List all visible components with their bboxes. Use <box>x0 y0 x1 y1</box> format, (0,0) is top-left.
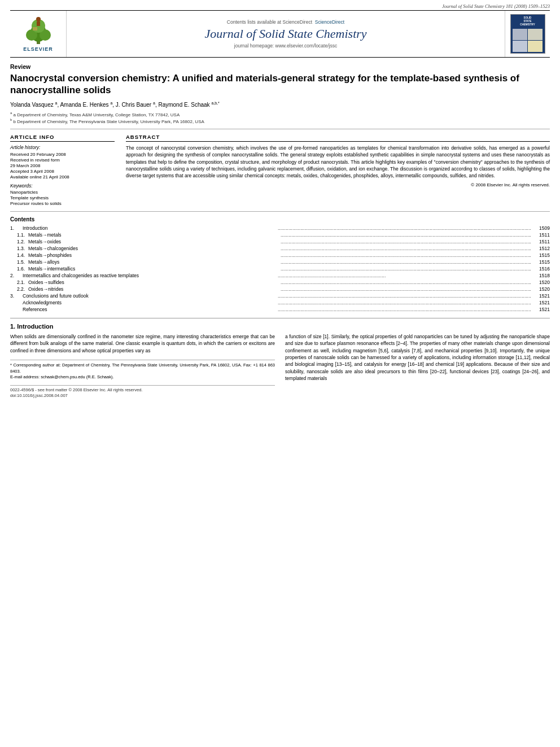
toc-page-ack: 1521 <box>533 300 550 305</box>
thumb-cell-4 <box>528 41 542 52</box>
toc-page-1: 1509 <box>533 225 550 231</box>
affiliation-b-text: b Department of Chemistry, The Pennsylva… <box>14 119 204 124</box>
affiliation-b: b b Department of Chemistry, The Pennsyl… <box>10 118 550 124</box>
history-received: Received 20 February 2008 <box>10 152 115 157</box>
intro-left-text: When solids are dimensionally confined i… <box>10 334 275 353</box>
bottom-lines: 0022-4596/$ - see front matter © 2008 El… <box>10 385 275 400</box>
footnote-area: * Corresponding author at: Department of… <box>10 360 275 381</box>
authors-text: Yolanda Vasquez a, Amanda E. Henkes a, J… <box>10 102 220 108</box>
journal-header-center: Contents lists available at ScienceDirec… <box>67 11 505 57</box>
toc-page-1-3: 1512 <box>533 246 550 251</box>
toc-num-1-4: 1.4. <box>10 252 28 258</box>
intro-right-col: a function of size [1]. Similarly, the o… <box>285 333 550 399</box>
toc-num-2: 2. <box>10 273 23 278</box>
toc-label-2-1: Oxides→sulfides <box>28 279 279 285</box>
article-history-label: Article history: <box>10 145 115 150</box>
keyword-3: Precursor routes to solids <box>10 201 115 206</box>
toc-label-1-5: Metals→alloys <box>28 259 279 265</box>
toc-label-ack: Acknowledgments <box>23 300 276 305</box>
toc-label-1-1: Metals→metals <box>28 232 279 238</box>
history-online: Available online 21 April 2008 <box>10 174 115 180</box>
toc-label-1-4: Metals→phosphides <box>28 252 279 258</box>
toc-dots-2-1: ........................................… <box>281 279 531 285</box>
intro-left-col: When solids are dimensionally confined i… <box>10 333 275 399</box>
keyword-1: Nanoparticles <box>10 190 115 195</box>
homepage-line: journal homepage: www.elsevier.com/locat… <box>234 43 337 49</box>
affiliation-a: a a Department of Chemistry, Texas A&M U… <box>10 111 550 117</box>
abstract-header: ABSTRACT <box>126 134 550 142</box>
toc-num-2-2: 2.2. <box>10 286 28 292</box>
thumb-cell-2 <box>528 29 542 40</box>
journal-header: ELSEVIER Contents lists available at Sci… <box>10 10 550 58</box>
elsevier-label-text: ELSEVIER <box>23 46 53 52</box>
toc-dots-1-5: ........................................… <box>281 259 531 265</box>
contents-section: Contents 1. Introduction ...............… <box>10 216 550 312</box>
toc-label-1-6: Metals→intermetallics <box>28 266 279 272</box>
article-authors: Yolanda Vasquez a, Amanda E. Henkes a, J… <box>10 101 550 108</box>
journal-thumbnail-area: SOLIDSTATECHEMISTRY <box>505 11 550 57</box>
abstract-col: ABSTRACT The concept of nanocrystal conv… <box>126 134 550 207</box>
citation-text: Journal of Solid State Chemistry 181 (20… <box>442 3 550 9</box>
toc-dots-3: ........................................… <box>278 293 531 299</box>
sciencedirect-link[interactable]: ScienceDirect <box>315 19 344 25</box>
toc-item-1: 1. Introduction ........................… <box>10 225 550 231</box>
toc-label-1: Introduction <box>23 225 276 231</box>
toc-label-2: Intermetallics and chalcogenides as reac… <box>23 273 276 278</box>
section-divider-intro <box>10 318 550 318</box>
elsevier-tree-icon <box>21 16 55 45</box>
toc-page-3: 1521 <box>533 293 550 299</box>
sciencedirect-text: Contents lists available at ScienceDirec… <box>227 19 312 25</box>
footnote-corresponding: * Corresponding author at: Department of… <box>10 362 275 374</box>
history-revised-date: 29 March 2008 <box>10 163 115 168</box>
article-info-header: ARTICLE INFO <box>10 134 115 142</box>
journal-thumb-title: SOLIDSTATECHEMISTRY <box>520 16 535 27</box>
affiliation-a-text: a Department of Chemistry, Texas A&M Uni… <box>14 112 180 117</box>
toc-dots-ref: ........................................… <box>278 307 531 312</box>
toc-item-1-5: 1.5. Metals→alloys .....................… <box>10 259 550 265</box>
svg-point-5 <box>36 17 41 21</box>
thumb-cell-1 <box>513 29 527 40</box>
abstract-text: The concept of nanocrystal conversion ch… <box>126 145 550 180</box>
journal-citation: Journal of Solid State Chemistry 181 (20… <box>0 0 560 10</box>
sciencedirect-line: Contents lists available at ScienceDirec… <box>227 19 344 25</box>
keyword-2: Template synthesis <box>10 195 115 200</box>
toc-item-1-4: 1.4. Metals→phosphides .................… <box>10 252 550 258</box>
toc-page-1-6: 1516 <box>533 266 550 272</box>
toc-num-3: 3. <box>10 293 23 299</box>
toc-page-1-5: 1515 <box>533 259 550 265</box>
toc-num-1-6: 1.6. <box>10 266 28 272</box>
toc-dots-1-4: ........................................… <box>281 252 531 258</box>
svg-rect-7 <box>33 27 37 30</box>
toc-dots-1-2: ........................................… <box>281 239 531 244</box>
article-info-col: ARTICLE INFO Article history: Received 2… <box>10 134 115 207</box>
intro-heading: 1. Introduction <box>10 323 550 330</box>
footnote-email: E-mail address: schaak@chem.psu.edu (R.E… <box>10 374 275 381</box>
toc-item-1-6: 1.6. Metals→intermetallics .............… <box>10 266 550 272</box>
toc-label-1-2: Metals→oxides <box>28 239 279 244</box>
divider-1 <box>10 129 550 129</box>
svg-rect-6 <box>37 21 40 26</box>
toc-item-1-2: 1.2. Metals→oxides .....................… <box>10 239 550 244</box>
copyright-line: © 2008 Elsevier Inc. All rights reserved… <box>126 182 550 187</box>
journal-thumb-grid <box>513 29 543 52</box>
elsevier-logo-area: ELSEVIER <box>10 11 67 57</box>
toc-item-2-2: 2.2. Oxides→nitrides ...................… <box>10 286 550 292</box>
history-accepted: Accepted 3 April 2008 <box>10 169 115 174</box>
toc-item-3: 3. Conclusions and future outlook ......… <box>10 293 550 299</box>
page: Journal of Solid State Chemistry 181 (20… <box>0 0 560 747</box>
info-abstract-section: ARTICLE INFO Article history: Received 2… <box>10 134 550 207</box>
toc-item-1-1: 1.1. Metals→metals .....................… <box>10 232 550 238</box>
toc-label-2-2: Oxides→nitrides <box>28 286 279 292</box>
toc-num-1-5: 1.5. <box>10 259 28 265</box>
toc-item-2-1: 2.1. Oxides→sulfides ...................… <box>10 279 550 285</box>
toc-page-2-2: 1520 <box>533 286 550 292</box>
toc-item-ref: References .............................… <box>10 307 550 312</box>
toc-item-2: 2. Intermetallics and chalcogenides as r… <box>10 273 550 278</box>
toc-dots-2: ........................................… <box>278 273 531 278</box>
toc-num-1-2: 1.2. <box>10 239 28 244</box>
elsevier-logo: ELSEVIER <box>21 16 55 52</box>
intro-text-cols: When solids are dimensionally confined i… <box>10 333 550 399</box>
toc-dots-1: ........................................… <box>278 225 531 231</box>
toc-page-ref: 1521 <box>533 307 550 312</box>
homepage-text: journal homepage: www.elsevier.com/locat… <box>234 43 337 49</box>
